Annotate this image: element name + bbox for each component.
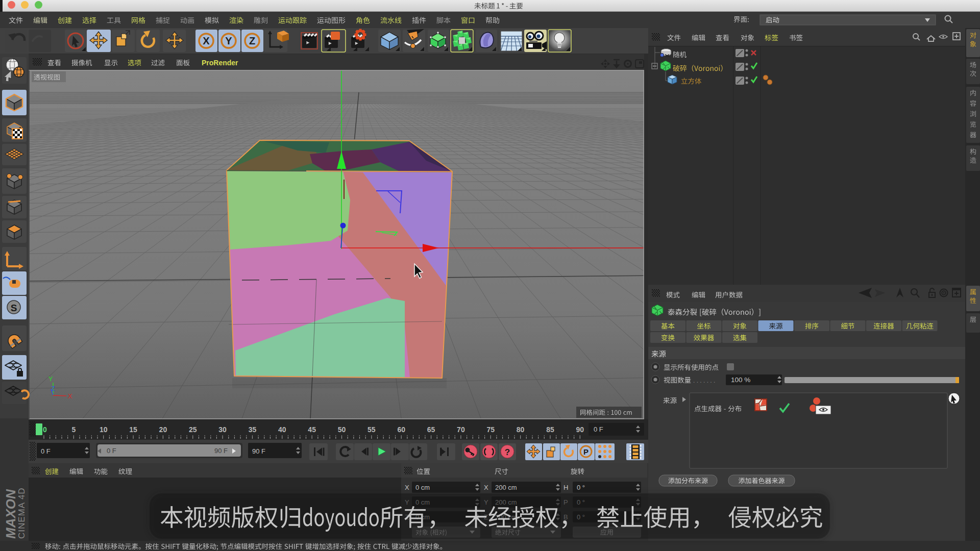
svg-text:0 F: 0 F [41, 447, 51, 455]
svg-text:65: 65 [427, 425, 435, 434]
svg-text:85: 85 [546, 425, 554, 434]
svg-text:?: ? [505, 447, 510, 457]
svg-text:40: 40 [278, 425, 286, 434]
svg-text:90 F: 90 F [214, 447, 228, 455]
svg-text:60: 60 [397, 425, 405, 434]
svg-text:15: 15 [129, 425, 137, 434]
svg-text:70: 70 [457, 425, 465, 434]
svg-text:90: 90 [576, 425, 584, 434]
svg-text:30: 30 [218, 425, 227, 434]
svg-text:CINEMA 4D: CINEMA 4D [17, 487, 27, 539]
svg-text:200 cm: 200 cm [495, 484, 517, 491]
svg-text:0 F: 0 F [594, 425, 603, 433]
svg-text:X: X [405, 484, 409, 491]
svg-text:20: 20 [159, 425, 167, 434]
svg-text:X: X [484, 484, 488, 491]
svg-text:35: 35 [249, 425, 257, 434]
svg-text:H: H [564, 484, 568, 491]
svg-text:75: 75 [486, 425, 495, 434]
svg-text:0 °: 0 ° [577, 484, 585, 491]
svg-text:50: 50 [338, 425, 346, 434]
svg-text:90 F: 90 F [252, 447, 265, 455]
svg-text:Y: Y [48, 375, 53, 383]
svg-text:10: 10 [100, 425, 108, 434]
svg-text:Z: Z [249, 35, 255, 46]
svg-text:P: P [583, 447, 589, 456]
svg-text:MAXON: MAXON [3, 489, 18, 539]
svg-text:100 %: 100 % [731, 376, 750, 384]
svg-text:80: 80 [517, 425, 525, 434]
svg-text:0: 0 [43, 425, 47, 434]
svg-text:S: S [11, 303, 17, 313]
svg-text:55: 55 [368, 425, 376, 434]
svg-text:X: X [68, 392, 72, 400]
svg-text:0 cm: 0 cm [415, 484, 430, 491]
svg-text:5: 5 [71, 425, 76, 434]
svg-text:ProRender: ProRender [202, 59, 238, 67]
svg-text:Y: Y [225, 35, 232, 46]
svg-text:45: 45 [308, 425, 316, 434]
svg-text:0 F: 0 F [107, 447, 116, 455]
svg-text:X: X [203, 35, 210, 46]
svg-text:25: 25 [189, 425, 197, 434]
svg-text:. . . . . . .: . . . . . . . [693, 377, 715, 384]
